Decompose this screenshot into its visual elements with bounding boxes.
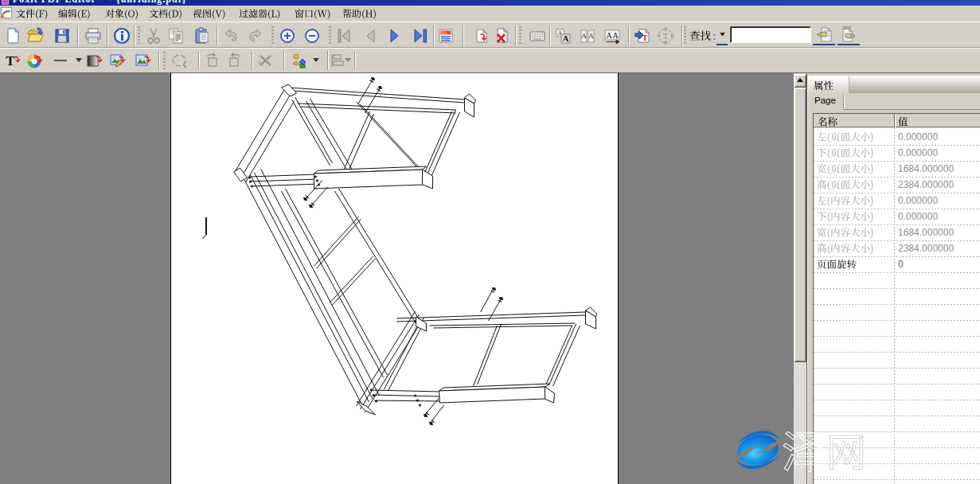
svg-text:T: T xyxy=(6,53,15,68)
svg-text:A: A xyxy=(581,32,587,40)
svg-text:A: A xyxy=(606,31,612,40)
svg-text:T: T xyxy=(642,33,648,42)
svg-text:A: A xyxy=(612,31,619,40)
svg-text:T: T xyxy=(663,32,668,41)
svg-text:A: A xyxy=(588,32,594,40)
svg-text:A: A xyxy=(563,33,569,43)
